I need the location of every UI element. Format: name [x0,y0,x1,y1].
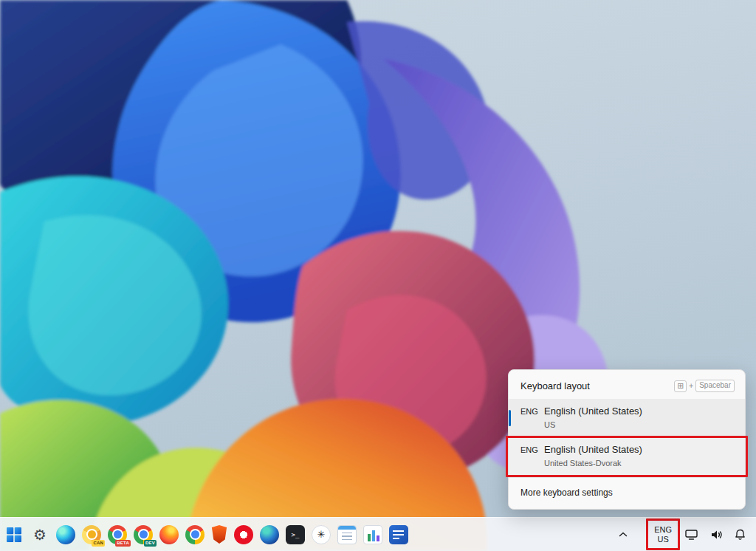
dev-badge: DEV [144,540,157,547]
more-keyboard-settings-link[interactable]: More keyboard settings [509,478,745,509]
windows-logo-icon [6,527,22,543]
brave-taskbar-icon[interactable] [211,525,227,544]
hidden-icons-chevron[interactable] [617,529,629,540]
chrome-beta-taskbar-icon[interactable]: BETA [108,525,127,544]
chatgpt-taskbar-icon[interactable]: ✳ [312,525,331,544]
keyboard-layout-flyout: Keyboard layout ⊞ + Spacebar ENG English… [508,369,746,510]
volume-tray-button[interactable] [709,527,724,543]
edge-dev-taskbar-icon[interactable] [260,525,279,544]
excel-taskbar-icon[interactable] [363,525,382,544]
language-text: English (United States) US [544,405,733,430]
chatgpt-logo-glyph: ✳ [317,530,326,539]
language-layout: United States-Dvorak [544,459,733,468]
start-button[interactable] [4,525,24,544]
settings-gear-icon[interactable]: ⚙ [30,525,49,544]
terminal-taskbar-icon[interactable]: >_ [286,525,305,544]
volume-icon [710,530,722,540]
language-name: English (United States) [544,405,733,417]
chrome-canary-taskbar-icon[interactable]: CAN [82,525,101,544]
chrome-dev-taskbar-icon[interactable]: DEV [134,525,153,544]
spacebar-key-label: Spacebar [695,380,735,392]
tray-language-line1: ENG [654,525,672,535]
edge-taskbar-icon[interactable] [56,525,75,544]
selected-indicator-bar [509,410,511,426]
win-space-shortcut-hint: ⊞ + Spacebar [674,380,735,392]
notifications-bell-icon [735,529,746,540]
notifications-tray-button[interactable] [733,526,747,543]
opera-taskbar-icon[interactable] [234,525,253,544]
beta-badge: BETA [115,540,131,547]
terminal-prompt-glyph: >_ [292,531,300,538]
flyout-title: Keyboard layout [520,380,590,391]
taskbar-app-icons: ⚙ CAN BETA DEV >_ ✳ [4,525,408,544]
tray-language-indicator[interactable]: ENG US [652,524,674,545]
language-code: ENG [520,444,544,454]
language-name: English (United States) [544,444,733,456]
layout-item-english-us-dvorak[interactable]: ENG English (United States) United State… [509,437,745,476]
network-tray-button[interactable] [684,527,699,543]
system-tray: ENG US [617,524,750,545]
chevron-up-icon [619,532,628,537]
flyout-header: Keyboard layout ⊞ + Spacebar [509,372,745,399]
windows-key-icon: ⊞ [674,380,687,392]
language-layout: US [544,420,733,430]
language-text: English (United States) United States-Dv… [544,444,733,468]
tray-language-wrap: ENG US [652,524,674,545]
tray-language-line2: US [657,535,668,544]
gear-glyph: ⚙ [33,527,47,542]
layout-item-english-us[interactable]: ENG English (United States) US [509,399,745,437]
language-code: ENG [520,405,544,416]
taskbar: ⚙ CAN BETA DEV >_ ✳ [0,517,756,551]
chrome-taskbar-icon[interactable] [185,525,205,544]
firefox-taskbar-icon[interactable] [159,525,179,544]
shortcut-plus: + [689,382,693,390]
canary-badge: CAN [92,540,105,547]
notepad-taskbar-icon[interactable] [337,525,357,544]
network-icon [685,530,698,540]
desktop-screen: Keyboard layout ⊞ + Spacebar ENG English… [0,0,756,551]
word-taskbar-icon[interactable] [389,525,408,544]
